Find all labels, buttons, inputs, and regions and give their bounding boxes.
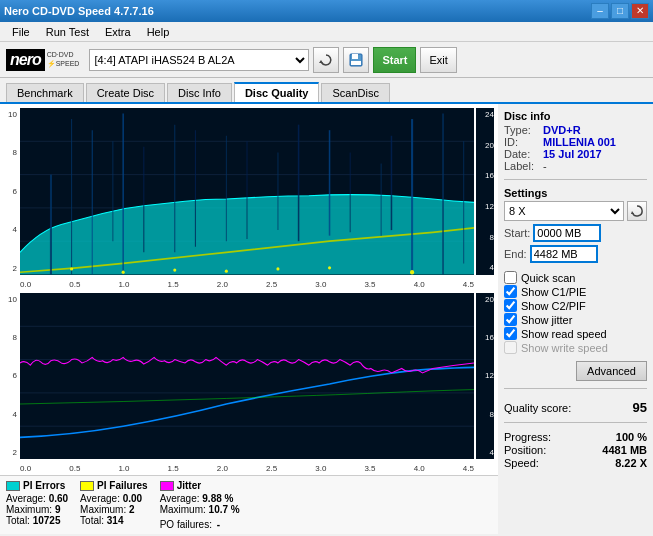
separator-1: [504, 179, 647, 180]
logo: nero CD·DVD⚡SPEED: [6, 49, 79, 71]
advanced-button[interactable]: Advanced: [576, 361, 647, 381]
end-label: End:: [504, 248, 527, 260]
menu-bar: File Run Test Extra Help: [0, 22, 653, 42]
close-button[interactable]: ✕: [631, 3, 649, 19]
speed-row: 8 X: [504, 201, 647, 221]
tab-create-disc[interactable]: Create Disc: [86, 83, 165, 102]
show-write-speed-checkbox[interactable]: [504, 341, 517, 354]
jitter-max-val: 10.7 %: [209, 504, 240, 515]
nero-logo: nero: [10, 51, 41, 68]
quick-scan-label: Quick scan: [521, 272, 575, 284]
show-write-speed-label: Show write speed: [521, 342, 608, 354]
chart2-svg: [20, 293, 474, 460]
save-icon: [349, 53, 363, 67]
svg-marker-38: [631, 211, 634, 214]
refresh-icon: [319, 53, 333, 67]
quick-scan-checkbox[interactable]: [504, 271, 517, 284]
svg-point-28: [122, 271, 125, 274]
position-key: Position:: [504, 444, 546, 456]
main-content: 108642: [0, 104, 653, 534]
quality-score-value: 95: [633, 400, 647, 415]
settings-title: Settings: [504, 187, 647, 199]
start-label: Start:: [504, 227, 530, 239]
menu-run-test[interactable]: Run Test: [38, 24, 97, 40]
pi-errors-label: PI Errors: [23, 480, 65, 491]
pi-total-key: Total:: [6, 515, 30, 526]
pif-label: PI Failures: [97, 480, 148, 491]
show-jitter-row: Show jitter: [504, 313, 647, 326]
pif-max-val: 2: [129, 504, 135, 515]
minimize-button[interactable]: –: [591, 3, 609, 19]
jitter-label: Jitter: [177, 480, 201, 491]
tab-bar: Benchmark Create Disc Disc Info Disc Qua…: [0, 78, 653, 104]
pi-max-val: 9: [55, 504, 61, 515]
pi-errors-color: [6, 481, 20, 491]
menu-extra[interactable]: Extra: [97, 24, 139, 40]
pif-total: Total: 314: [80, 515, 148, 526]
svg-rect-2: [352, 54, 358, 59]
progress-row: Progress: 100 %: [504, 431, 647, 443]
chart1-y-right: 2420161284: [476, 108, 494, 275]
jitter-color: [160, 481, 174, 491]
drive-select[interactable]: [4:4] ATAPI iHAS524 B AL2A: [89, 49, 309, 71]
speed-select[interactable]: 8 X: [504, 201, 624, 221]
svg-point-30: [225, 270, 228, 273]
progress-val: 100 %: [616, 431, 647, 443]
tab-scan-disc[interactable]: ScanDisc: [321, 83, 389, 102]
chart2-x-axis: 0.00.51.01.52.02.53.03.54.04.5: [20, 464, 474, 473]
svg-point-33: [410, 270, 414, 274]
show-jitter-label: Show jitter: [521, 314, 572, 326]
quick-scan-row: Quick scan: [504, 271, 647, 284]
jitter-max-key: Maximum:: [160, 504, 206, 515]
start-row: Start:: [504, 224, 647, 242]
position-val: 4481 MB: [602, 444, 647, 456]
show-c1pie-checkbox[interactable]: [504, 285, 517, 298]
id-row: ID: MILLENIA 001: [504, 136, 647, 148]
chart1-x-axis: 0.00.51.01.52.02.53.03.54.04.5: [20, 280, 474, 289]
exit-button[interactable]: Exit: [420, 47, 456, 73]
speed-display-row: Speed: 8.22 X: [504, 457, 647, 469]
show-read-speed-checkbox[interactable]: [504, 327, 517, 340]
show-read-speed-row: Show read speed: [504, 327, 647, 340]
pif-avg-val: 0.00: [123, 493, 142, 504]
settings-section: Settings 8 X Start: End:: [504, 187, 647, 266]
quality-row: Quality score: 95: [504, 400, 647, 415]
app-title: Nero CD-DVD Speed 4.7.7.16: [4, 5, 154, 17]
tab-benchmark[interactable]: Benchmark: [6, 83, 84, 102]
label-val: -: [543, 160, 547, 172]
chart1-svg: [20, 108, 474, 275]
start-input[interactable]: [533, 224, 601, 242]
speed-refresh-button[interactable]: [627, 201, 647, 221]
chart1-plot: [20, 108, 474, 275]
type-key: Type:: [504, 124, 539, 136]
start-button[interactable]: Start: [373, 47, 416, 73]
tab-disc-quality[interactable]: Disc Quality: [234, 82, 320, 102]
id-key: ID:: [504, 136, 539, 148]
po-val: -: [217, 519, 220, 530]
right-panel: Disc info Type: DVD+R ID: MILLENIA 001 D…: [498, 104, 653, 534]
menu-help[interactable]: Help: [139, 24, 178, 40]
refresh-icon-button[interactable]: [313, 47, 339, 73]
pif-color: [80, 481, 94, 491]
show-c2pif-checkbox[interactable]: [504, 299, 517, 312]
show-c1pie-label: Show C1/PIE: [521, 286, 586, 298]
tab-disc-info[interactable]: Disc Info: [167, 83, 232, 102]
maximize-button[interactable]: □: [611, 3, 629, 19]
end-row: End:: [504, 245, 647, 263]
svg-point-27: [70, 267, 73, 270]
show-jitter-checkbox[interactable]: [504, 313, 517, 326]
end-input[interactable]: [530, 245, 598, 263]
svg-rect-3: [351, 61, 361, 65]
date-key: Date:: [504, 148, 539, 160]
speed-key: Speed:: [504, 457, 539, 469]
disc-info-section: Disc info Type: DVD+R ID: MILLENIA 001 D…: [504, 110, 647, 172]
label-row: Label: -: [504, 160, 647, 172]
checkboxes-section: Quick scan Show C1/PIE Show C2/PIF Show …: [504, 270, 647, 355]
logo-subtitle: CD·DVD⚡SPEED: [47, 51, 80, 68]
stat-jitter: Jitter Average: 9.88 % Maximum: 10.7 % P…: [160, 480, 240, 530]
save-icon-button[interactable]: [343, 47, 369, 73]
chart1-container: 108642: [4, 108, 494, 289]
menu-file[interactable]: File: [4, 24, 38, 40]
advanced-area: Advanced: [504, 359, 647, 381]
pif-label-row: PI Failures: [80, 480, 148, 491]
